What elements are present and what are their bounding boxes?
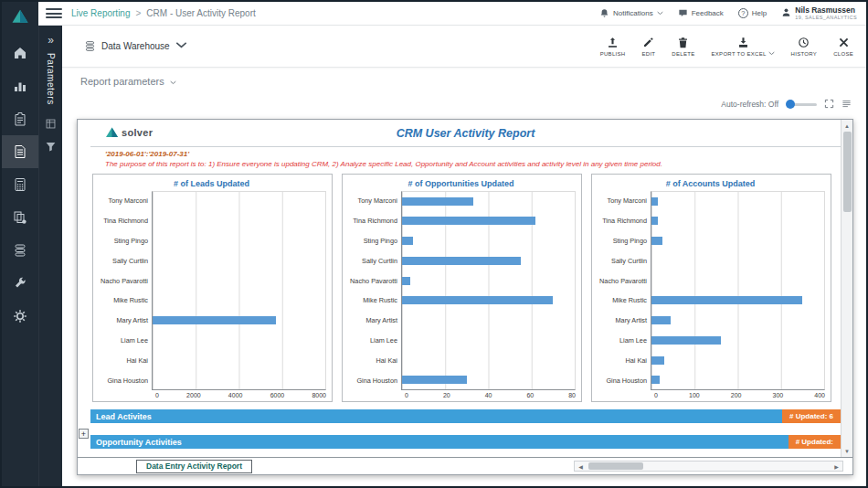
close-icon	[838, 37, 850, 48]
sidebar-item-admin-tools[interactable]	[2, 267, 38, 300]
chart-category-label: Mary Artist	[97, 316, 152, 324]
chart-axis-ticks: 02000400060008000	[155, 392, 326, 398]
axis-tick-label: 60	[526, 392, 534, 398]
chart-category-label: Nacho Pavarotti	[97, 277, 152, 285]
scroll-right-arrow[interactable]: ▶	[831, 461, 842, 471]
chart-bar	[651, 356, 664, 365]
close-button[interactable]: CLOSE	[833, 37, 853, 57]
feedback-button[interactable]: Feedback	[678, 8, 724, 18]
report-parameters-toggle[interactable]: Report parameters	[62, 68, 866, 95]
axis-tick-label: 8000	[312, 392, 326, 398]
vertical-scrollbar[interactable]: ▲ ▼	[841, 120, 852, 457]
sidebar-item-data-warehouse[interactable]	[2, 234, 38, 267]
expand-group-button[interactable]: +	[79, 429, 89, 439]
chart-row: Hai Kai	[97, 350, 326, 370]
chart-row: Sting Pingo	[596, 231, 825, 251]
edit-button[interactable]: EDIT	[641, 37, 655, 57]
axis-tick-label: 4000	[228, 392, 243, 398]
delete-button[interactable]: DELETE	[672, 37, 694, 57]
sidebar-item-reports[interactable]	[2, 135, 38, 168]
scroll-down-arrow[interactable]: ▼	[842, 445, 852, 457]
axis-tick-label: 2000	[186, 392, 201, 398]
history-button[interactable]: HISTORY	[791, 37, 818, 57]
sidebar-nav	[2, 29, 38, 333]
chart-bar	[651, 296, 802, 304]
chart-category-label: Mike Rustic	[97, 296, 152, 304]
chart-bar	[651, 376, 660, 384]
chart-track	[651, 311, 825, 331]
sidebar-item-budgeting[interactable]	[2, 168, 38, 201]
chart-row: Gina Houston	[596, 370, 825, 390]
section-banner-opportunity-activities: Opportunity Activities # Updated:	[90, 435, 841, 449]
chart-track	[401, 311, 576, 331]
charts-row: # of Leads UpdatedTony MarconiTina Richm…	[92, 174, 831, 402]
chart-track	[152, 350, 326, 370]
chart-title: # of Opportunities Updated	[346, 179, 576, 188]
section-banner-label: Opportunity Activities	[90, 438, 182, 447]
vertical-scroll-thumb[interactable]	[843, 132, 852, 212]
chart-row: Tony Marconi	[596, 191, 825, 211]
menu-toggle-button[interactable]	[46, 6, 62, 21]
chart-category-label: Liam Lee	[97, 336, 152, 345]
report-parameters-label: Report parameters	[80, 76, 164, 87]
list-view-icon[interactable]	[842, 99, 852, 111]
user-subtitle: 19, SALES_ANALYTICS	[795, 15, 857, 21]
sidebar-item-analytics[interactable]	[2, 69, 38, 102]
chart-row: Tony Marconi	[97, 191, 326, 211]
sidebar-item-home[interactable]	[2, 37, 38, 69]
chart-track	[401, 291, 576, 311]
user-menu[interactable]: Nils Rasmussen 19, SALES_ANALYTICS	[781, 6, 857, 21]
chart-track	[651, 331, 825, 351]
scroll-left-arrow[interactable]: ◀	[575, 461, 587, 471]
help-button[interactable]: ? Help	[738, 8, 767, 18]
chevron-down-icon	[175, 39, 187, 53]
axis-tick-label: 300	[773, 392, 784, 398]
chart-track	[651, 211, 825, 231]
chart-category-label: Liam Lee	[596, 336, 651, 345]
expand-parameters-button[interactable]: »	[48, 35, 54, 46]
sidebar-item-archive[interactable]	[2, 201, 38, 234]
chart-row: Gina Houston	[97, 370, 326, 390]
data-source-selector[interactable]: Data Warehouse	[84, 39, 187, 53]
chart-category-label: Mike Rustic	[596, 296, 651, 304]
chart-bar	[153, 316, 276, 324]
grid-report-icon[interactable]	[45, 118, 57, 130]
sidebar-item-tasks[interactable]	[2, 102, 38, 135]
report-icon	[13, 144, 27, 159]
chart-track	[152, 191, 326, 211]
report-purpose-text: The purpose of this report is to: 1) Ens…	[90, 158, 841, 168]
section-banner-label: Lead Activites	[90, 412, 152, 421]
scroll-up-arrow[interactable]: ▲	[842, 120, 852, 132]
filter-icon[interactable]	[45, 141, 57, 153]
chart-category-label: Nacho Pavarotti	[346, 277, 401, 285]
sheet-tab-bar: Data Entry Activity Report ◀ ▶	[78, 457, 852, 474]
breadcrumb-section[interactable]: Live Reporting	[71, 8, 130, 18]
chevron-down-icon	[657, 9, 663, 17]
sidebar-item-settings[interactable]	[2, 300, 38, 333]
horizontal-scrollbar[interactable]: ◀ ▶	[574, 461, 843, 472]
app-logo-icon[interactable]	[2, 2, 38, 29]
export-to-excel-button[interactable]: EXPORT TO EXCEL	[712, 37, 775, 57]
horizontal-scroll-thumb[interactable]	[588, 462, 643, 470]
chart-track	[152, 271, 326, 291]
notifications-button[interactable]: Notifications	[599, 8, 663, 18]
person-icon	[781, 7, 791, 17]
publish-button[interactable]: PUBLISH	[600, 37, 626, 57]
chart-category-label: Liam Lee	[346, 336, 401, 345]
axis-tick-label: 0	[405, 392, 408, 398]
sheet-tab-data-entry-activity-report[interactable]: Data Entry Activity Report	[136, 460, 252, 473]
report-sections: + Lead Activites # Updated: 6 Opportunit…	[90, 409, 841, 449]
main-content: Data Warehouse PUBLISH EDIT	[62, 26, 866, 486]
help-icon: ?	[738, 8, 748, 18]
chart-row: Mary Artist	[596, 311, 825, 331]
axis-tick-label: 80	[568, 392, 576, 398]
chart-row: Mary Artist	[346, 311, 576, 331]
report-sheet: solver CRM User Activity Report '2019-06…	[78, 120, 841, 457]
axis-tick-label: 0	[654, 392, 658, 398]
chart-category-label: Hai Kai	[97, 356, 152, 365]
chart-category-label: Gina Houston	[346, 377, 401, 385]
auto-refresh-toggle[interactable]	[786, 100, 817, 109]
chart-row: Nacho Pavarotti	[596, 271, 825, 291]
maximize-icon[interactable]	[824, 99, 834, 111]
publish-icon	[607, 37, 619, 48]
